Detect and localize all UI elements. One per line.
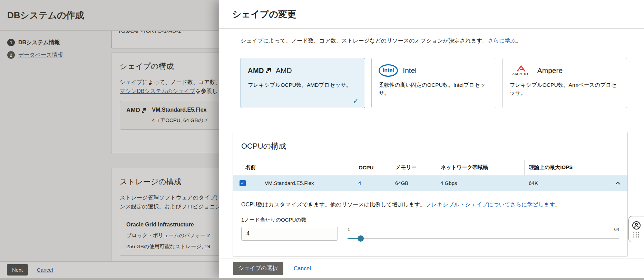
col-header-name: 名前 bbox=[233, 160, 354, 175]
learn-more-link[interactable]: さらに学ぶ bbox=[488, 38, 516, 44]
ocpu-controls: 1 64 bbox=[241, 227, 619, 245]
ocpu-slider[interactable]: 1 64 bbox=[348, 227, 619, 245]
ampere-card-header: AMPERE Ampere bbox=[510, 64, 620, 77]
shape-card-intel-name: Intel bbox=[403, 66, 417, 75]
col-header-bandwidth: ネットワーク帯域幅 bbox=[436, 160, 524, 175]
change-shape-panel: シェイプの変更 シェイプによって、ノード数、コア数、ストレージなどのリソースのオ… bbox=[219, 0, 644, 278]
panel-intro-suffix: 。 bbox=[516, 38, 521, 44]
ampere-logo-icon: AMPERE bbox=[510, 65, 533, 76]
slider-min-label: 1 bbox=[348, 227, 350, 232]
slider-max-label: 64 bbox=[614, 227, 619, 232]
amd-arrow-icon bbox=[266, 68, 271, 73]
ocpu-detail-suffix: 。 bbox=[555, 202, 561, 207]
bottom-strip bbox=[0, 278, 644, 280]
shape-table-row[interactable]: ✓ VM.Standard.E5.Flex 4 64GB 4 Gbps 64K bbox=[233, 175, 627, 191]
shape-table-header: 名前 OCPU メモリー ネットワーク帯域幅 理論上の最大IOPS bbox=[233, 160, 627, 175]
drag-handle-dots-icon bbox=[633, 232, 640, 237]
row-bandwidth: 4 Gbps bbox=[436, 180, 524, 186]
shape-row-detail: OCPU数はカスタマイズできます。他のリソースは比例して増加します。フレキシブル… bbox=[233, 191, 627, 245]
row-shape-name: VM.Standard.E5.Flex bbox=[252, 180, 354, 186]
shape-card-ampere-name: Ampere bbox=[537, 66, 563, 75]
person-circle-icon bbox=[632, 221, 641, 230]
amd-card-header: AMD AMD bbox=[248, 64, 358, 77]
panel-cancel-link[interactable]: Cancel bbox=[294, 265, 311, 272]
ocpu-detail-text: OCPU数はカスタマイズできます。他のリソースは比例して増加します。 bbox=[241, 202, 426, 207]
ocpu-count-input[interactable] bbox=[241, 227, 338, 241]
shape-card-amd-name: AMD bbox=[276, 66, 292, 75]
panel-intro-text: シェイプによって、ノード数、コア数、ストレージなどのリソースのオプションが決定さ… bbox=[241, 38, 488, 44]
collapse-chevron-icon[interactable] bbox=[615, 181, 620, 185]
panel-intro: シェイプによって、ノード数、コア数、ストレージなどのリソースのオプションが決定さ… bbox=[241, 37, 627, 45]
shape-series-cards: AMD AMD フレキシブルOCPU数。AMDプロセッサ。 ✓ intel In… bbox=[241, 58, 627, 108]
col-header-memory: メモリー bbox=[391, 160, 436, 175]
slider-handle[interactable] bbox=[358, 235, 364, 242]
shape-card-amd[interactable]: AMD AMD フレキシブルOCPU数。AMDプロセッサ。 ✓ bbox=[241, 58, 365, 108]
panel-footer: シェイプの選択 Cancel bbox=[219, 259, 644, 278]
shape-card-intel-desc: 柔軟性の高い固定のOCPU数。Intelプロセッサ。 bbox=[379, 81, 489, 97]
shape-card-ampere[interactable]: AMPERE Ampere フレキシブルOCPU数。Armベースのプロセッサ。 bbox=[502, 58, 627, 108]
ampere-a-icon bbox=[517, 65, 526, 72]
panel-header: シェイプの変更 bbox=[219, 0, 644, 29]
row-memory: 64GB bbox=[391, 180, 436, 186]
slider-track[interactable] bbox=[348, 238, 619, 239]
accessibility-widget[interactable] bbox=[628, 216, 644, 242]
row-checkbox[interactable]: ✓ bbox=[240, 180, 246, 186]
shape-card-intel[interactable]: intel Intel 柔軟性の高い固定のOCPU数。Intelプロセッサ。 bbox=[371, 58, 496, 108]
shape-card-amd-desc: フレキシブルOCPU数。AMDプロセッサ。 bbox=[248, 81, 358, 89]
shape-card-ampere-desc: フレキシブルOCPU数。Armベースのプロセッサ。 bbox=[510, 81, 620, 97]
col-header-iops: 理論上の最大IOPS bbox=[524, 160, 607, 175]
col-header-expand bbox=[607, 160, 628, 175]
selected-check-icon: ✓ bbox=[353, 97, 359, 105]
row-ocpu: 4 bbox=[354, 180, 391, 186]
ocpu-config-title: OCPUの構成 bbox=[233, 132, 627, 160]
amd-logo-icon: AMD bbox=[248, 67, 271, 75]
intel-card-header: intel Intel bbox=[379, 64, 489, 77]
panel-title: シェイプの変更 bbox=[232, 8, 296, 20]
row-iops: 64K bbox=[524, 180, 607, 186]
ocpu-count-label: 1ノード当たりのOCPUの数 bbox=[241, 217, 619, 223]
col-header-ocpu: OCPU bbox=[354, 160, 391, 175]
screen: DBシステムの作成 1 DBシステム情報 2 データベース情報 TGJA:AP-… bbox=[0, 0, 644, 280]
intel-logo-icon: intel bbox=[379, 64, 398, 77]
flexible-shape-link[interactable]: フレキシブル・シェイプについてさらに学習します bbox=[426, 202, 555, 207]
ocpu-config-section: OCPUの構成 名前 OCPU メモリー ネットワーク帯域幅 理論上の最大IOP… bbox=[233, 132, 628, 257]
select-shape-button[interactable]: シェイプの選択 bbox=[233, 262, 283, 275]
